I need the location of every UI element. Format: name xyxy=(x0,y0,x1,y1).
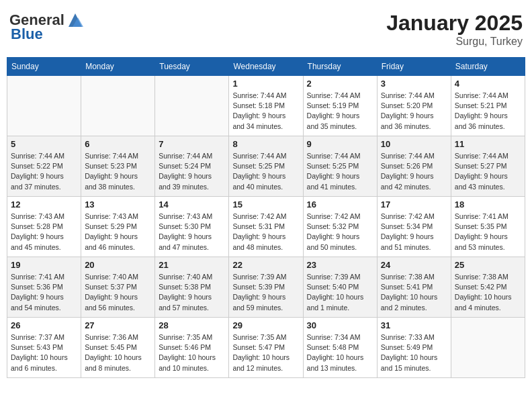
weekday-header-thursday: Thursday xyxy=(303,58,377,76)
calendar-day-cell: 11Sunrise: 7:44 AM Sunset: 5:27 PM Dayli… xyxy=(451,136,525,197)
day-number: 8 xyxy=(232,139,299,149)
calendar-day-cell: 30Sunrise: 7:34 AM Sunset: 5:48 PM Dayli… xyxy=(303,318,377,378)
day-number: 30 xyxy=(307,320,373,330)
weekday-header-friday: Friday xyxy=(377,58,451,76)
day-number: 24 xyxy=(381,260,447,270)
day-info: Sunrise: 7:38 AM Sunset: 5:42 PM Dayligh… xyxy=(455,272,521,313)
day-info: Sunrise: 7:44 AM Sunset: 5:25 PM Dayligh… xyxy=(307,151,373,192)
day-number: 9 xyxy=(307,139,373,149)
day-info: Sunrise: 7:44 AM Sunset: 5:23 PM Dayligh… xyxy=(85,151,151,192)
day-info: Sunrise: 7:44 AM Sunset: 5:19 PM Dayligh… xyxy=(307,91,373,132)
day-number: 17 xyxy=(381,199,447,210)
day-number: 11 xyxy=(455,139,521,149)
day-info: Sunrise: 7:44 AM Sunset: 5:24 PM Dayligh… xyxy=(159,151,225,192)
day-info: Sunrise: 7:44 AM Sunset: 5:27 PM Dayligh… xyxy=(455,151,521,192)
weekday-header-monday: Monday xyxy=(81,58,155,76)
day-info: Sunrise: 7:44 AM Sunset: 5:18 PM Dayligh… xyxy=(232,91,299,132)
calendar-empty-cell xyxy=(451,318,525,378)
day-info: Sunrise: 7:35 AM Sunset: 5:47 PM Dayligh… xyxy=(232,332,299,373)
calendar-week-row: 1Sunrise: 7:44 AM Sunset: 5:18 PM Daylig… xyxy=(7,76,525,136)
calendar-day-cell: 2Sunrise: 7:44 AM Sunset: 5:19 PM Daylig… xyxy=(303,76,377,136)
calendar-day-cell: 23Sunrise: 7:39 AM Sunset: 5:40 PM Dayli… xyxy=(303,257,377,318)
calendar-week-row: 19Sunrise: 7:41 AM Sunset: 5:36 PM Dayli… xyxy=(7,257,525,318)
day-number: 1 xyxy=(232,79,299,89)
day-number: 10 xyxy=(381,139,447,149)
calendar-day-cell: 15Sunrise: 7:42 AM Sunset: 5:31 PM Dayli… xyxy=(229,197,303,257)
day-number: 13 xyxy=(85,199,151,210)
day-info: Sunrise: 7:33 AM Sunset: 5:49 PM Dayligh… xyxy=(381,332,447,373)
calendar-day-cell: 5Sunrise: 7:44 AM Sunset: 5:22 PM Daylig… xyxy=(7,136,81,197)
day-number: 20 xyxy=(85,260,151,270)
calendar-week-row: 12Sunrise: 7:43 AM Sunset: 5:28 PM Dayli… xyxy=(7,197,525,257)
day-info: Sunrise: 7:42 AM Sunset: 5:31 PM Dayligh… xyxy=(232,212,299,253)
month-year-title: January 2025 xyxy=(386,11,523,36)
weekday-header-row: SundayMondayTuesdayWednesdayThursdayFrid… xyxy=(7,58,525,76)
day-info: Sunrise: 7:44 AM Sunset: 5:26 PM Dayligh… xyxy=(381,151,447,192)
day-number: 26 xyxy=(11,320,77,330)
logo: General Blue xyxy=(9,11,85,43)
calendar-day-cell: 10Sunrise: 7:44 AM Sunset: 5:26 PM Dayli… xyxy=(377,136,451,197)
day-number: 29 xyxy=(232,320,299,330)
calendar-day-cell: 20Sunrise: 7:40 AM Sunset: 5:37 PM Dayli… xyxy=(81,257,155,318)
calendar-week-row: 5Sunrise: 7:44 AM Sunset: 5:22 PM Daylig… xyxy=(7,136,525,197)
day-info: Sunrise: 7:39 AM Sunset: 5:39 PM Dayligh… xyxy=(232,272,299,313)
calendar-day-cell: 19Sunrise: 7:41 AM Sunset: 5:36 PM Dayli… xyxy=(7,257,81,318)
calendar-day-cell: 8Sunrise: 7:44 AM Sunset: 5:25 PM Daylig… xyxy=(229,136,303,197)
calendar-day-cell: 28Sunrise: 7:35 AM Sunset: 5:46 PM Dayli… xyxy=(155,318,229,378)
day-number: 16 xyxy=(307,199,373,210)
day-info: Sunrise: 7:44 AM Sunset: 5:22 PM Dayligh… xyxy=(11,151,77,192)
weekday-header-sunday: Sunday xyxy=(7,58,81,76)
day-number: 12 xyxy=(11,199,77,210)
calendar-table: SundayMondayTuesdayWednesdayThursdayFrid… xyxy=(7,57,525,378)
day-number: 22 xyxy=(232,260,299,270)
day-info: Sunrise: 7:34 AM Sunset: 5:48 PM Dayligh… xyxy=(307,332,373,373)
calendar-day-cell: 31Sunrise: 7:33 AM Sunset: 5:49 PM Dayli… xyxy=(377,318,451,378)
day-number: 5 xyxy=(11,139,77,149)
day-info: Sunrise: 7:42 AM Sunset: 5:32 PM Dayligh… xyxy=(307,212,373,253)
day-number: 14 xyxy=(159,199,225,210)
day-number: 7 xyxy=(159,139,225,149)
calendar-empty-cell xyxy=(7,76,81,136)
day-info: Sunrise: 7:43 AM Sunset: 5:29 PM Dayligh… xyxy=(85,212,151,253)
calendar-day-cell: 24Sunrise: 7:38 AM Sunset: 5:41 PM Dayli… xyxy=(377,257,451,318)
calendar-day-cell: 18Sunrise: 7:41 AM Sunset: 5:35 PM Dayli… xyxy=(451,197,525,257)
calendar-day-cell: 14Sunrise: 7:43 AM Sunset: 5:30 PM Dayli… xyxy=(155,197,229,257)
day-number: 4 xyxy=(455,79,521,89)
day-number: 2 xyxy=(307,79,373,89)
calendar-empty-cell xyxy=(155,76,229,136)
day-info: Sunrise: 7:43 AM Sunset: 5:30 PM Dayligh… xyxy=(159,212,225,253)
title-block: January 2025 Surgu, Turkey xyxy=(386,11,523,48)
calendar-day-cell: 25Sunrise: 7:38 AM Sunset: 5:42 PM Dayli… xyxy=(451,257,525,318)
weekday-header-wednesday: Wednesday xyxy=(229,58,303,76)
day-number: 19 xyxy=(11,260,77,270)
day-info: Sunrise: 7:35 AM Sunset: 5:46 PM Dayligh… xyxy=(159,332,225,373)
day-number: 28 xyxy=(159,320,225,330)
calendar-empty-cell xyxy=(81,76,155,136)
day-info: Sunrise: 7:43 AM Sunset: 5:28 PM Dayligh… xyxy=(11,212,77,253)
page-header: General Blue January 2025 Surgu, Turkey xyxy=(7,7,525,52)
calendar-day-cell: 4Sunrise: 7:44 AM Sunset: 5:21 PM Daylig… xyxy=(451,76,525,136)
day-number: 15 xyxy=(232,199,299,210)
day-info: Sunrise: 7:41 AM Sunset: 5:36 PM Dayligh… xyxy=(11,272,77,313)
day-info: Sunrise: 7:40 AM Sunset: 5:38 PM Dayligh… xyxy=(159,272,225,313)
calendar-day-cell: 22Sunrise: 7:39 AM Sunset: 5:39 PM Dayli… xyxy=(229,257,303,318)
day-info: Sunrise: 7:44 AM Sunset: 5:25 PM Dayligh… xyxy=(232,151,299,192)
day-number: 25 xyxy=(455,260,521,270)
calendar-day-cell: 1Sunrise: 7:44 AM Sunset: 5:18 PM Daylig… xyxy=(229,76,303,136)
day-info: Sunrise: 7:44 AM Sunset: 5:21 PM Dayligh… xyxy=(455,91,521,132)
day-number: 18 xyxy=(455,199,521,210)
day-info: Sunrise: 7:38 AM Sunset: 5:41 PM Dayligh… xyxy=(381,272,447,313)
day-number: 23 xyxy=(307,260,373,270)
day-number: 3 xyxy=(381,79,447,89)
logo-icon xyxy=(66,11,85,30)
weekday-header-saturday: Saturday xyxy=(451,58,525,76)
calendar-day-cell: 7Sunrise: 7:44 AM Sunset: 5:24 PM Daylig… xyxy=(155,136,229,197)
day-info: Sunrise: 7:37 AM Sunset: 5:43 PM Dayligh… xyxy=(11,332,77,373)
weekday-header-tuesday: Tuesday xyxy=(155,58,229,76)
calendar-day-cell: 6Sunrise: 7:44 AM Sunset: 5:23 PM Daylig… xyxy=(81,136,155,197)
logo-blue: Blue xyxy=(11,26,43,43)
calendar-day-cell: 9Sunrise: 7:44 AM Sunset: 5:25 PM Daylig… xyxy=(303,136,377,197)
calendar-week-row: 26Sunrise: 7:37 AM Sunset: 5:43 PM Dayli… xyxy=(7,318,525,378)
day-number: 31 xyxy=(381,320,447,330)
day-info: Sunrise: 7:40 AM Sunset: 5:37 PM Dayligh… xyxy=(85,272,151,313)
